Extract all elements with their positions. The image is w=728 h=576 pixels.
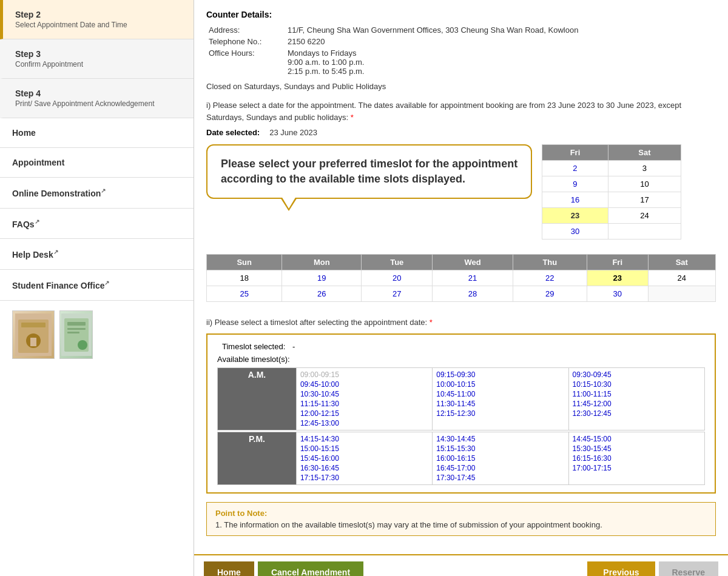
sidebar-item-student-finance[interactable]: Student Finance Office↗ [0, 270, 194, 301]
counter-section: Counter Details: Address: 11/F, Cheung S… [206, 10, 716, 91]
pm-col3: 14:45-15:00 15:30-15:45 16:15-16:30 17:0… [568, 432, 704, 484]
time-slot-link[interactable]: 11:15-11:30 [300, 399, 428, 409]
sidebar-item-home[interactable]: Home [0, 118, 194, 148]
time-slot-link[interactable]: 16:45-17:00 [436, 463, 564, 473]
am-label: A.M. [218, 367, 297, 430]
cal-link[interactable]: 30 [613, 289, 621, 298]
time-slot-link[interactable]: 17:15-17:30 [300, 473, 428, 483]
timeslot-pm-table: P.M. 14:15-14:30 15:00-15:15 15:45-16:00… [217, 432, 705, 485]
address-row: Address: 11/F, Cheung Sha Wan Government… [206, 24, 716, 36]
cal-cell: 27 [362, 286, 433, 302]
time-slot-link[interactable]: 10:15-10:30 [573, 380, 701, 389]
time-slot-link[interactable]: 15:45-16:00 [300, 454, 428, 463]
cal-link[interactable]: 22 [545, 273, 554, 283]
instruction-text-2: ii) Please select a timeslot after selec… [206, 316, 716, 329]
pm-label: P.M. [218, 432, 297, 484]
pm-col1: 14:15-14:30 15:00-15:15 15:45-16:00 16:3… [296, 432, 432, 484]
time-slot-link[interactable]: 11:30-11:45 [436, 399, 564, 409]
cal-cell: 19 [282, 270, 362, 286]
step2-item[interactable]: Step 2 Select Appointment Date and Time [0, 0, 194, 39]
cal-link[interactable]: 30 [571, 227, 579, 236]
home-button[interactable]: Home [204, 561, 254, 577]
time-slot-link[interactable]: 15:15-15:30 [436, 444, 564, 454]
step3-item[interactable]: Step 3 Confirm Appointment [0, 39, 194, 79]
cal-link[interactable]: 26 [317, 289, 326, 298]
sidebar-item-appointment[interactable]: Appointment [0, 148, 194, 178]
cal-cell: 3 [608, 161, 681, 176]
time-slot-link[interactable]: 09:30-09:45 [573, 370, 701, 380]
cal-cell: 26 [282, 286, 362, 302]
sidebar-item-online-demo[interactable]: Online Demonstration↗ [0, 178, 194, 209]
instruction-text-1: i) Please select a date for the appointm… [206, 99, 716, 123]
time-slot-link[interactable]: 12:30-12:45 [573, 409, 701, 418]
tooltip-container: Please select your preferred timeslot fo… [206, 144, 532, 199]
calendar-full: Sun Mon Tue Wed Thu Fri Sat 18 19 [206, 254, 716, 302]
cal-cell-empty [648, 286, 715, 302]
cal-cell: 30 [542, 224, 608, 239]
note-title: Point to Note: [215, 509, 707, 518]
time-slot-link[interactable]: 10:45-11:00 [436, 389, 564, 399]
svg-rect-7 [67, 322, 86, 326]
timeslot-selected-value: - [292, 342, 295, 351]
step3-desc: Confirm Appointment [15, 60, 181, 69]
cal-link[interactable]: 27 [393, 289, 401, 298]
cal-link[interactable]: 19 [317, 273, 326, 283]
time-slot-link[interactable]: 09:45-10:00 [300, 380, 428, 389]
time-slot-link[interactable]: 16:15-16:30 [573, 454, 701, 463]
avail-label: Available timeslot(s): [217, 355, 705, 364]
time-slot-link[interactable]: 15:30-15:45 [573, 444, 701, 454]
time-slot-link[interactable]: 14:45-15:00 [573, 434, 701, 444]
time-slot-link[interactable]: 10:00-10:15 [436, 380, 564, 389]
cal-link[interactable]: 25 [240, 289, 248, 298]
cal-link-today[interactable]: 23 [571, 211, 579, 220]
sidebar-item-faqs[interactable]: FAQs↗ [0, 209, 194, 239]
time-slot-link[interactable]: 11:45-12:00 [573, 399, 701, 409]
main-content: Counter Details: Address: 11/F, Cheung S… [194, 0, 728, 576]
time-slot-link[interactable]: 11:00-11:15 [573, 389, 701, 399]
cal-cell: 22 [513, 270, 587, 286]
previous-button[interactable]: Previous [587, 561, 655, 577]
tel-label: Telephone No.: [206, 36, 285, 47]
address-value: 11/F, Cheung Sha Wan Government Offices,… [285, 24, 716, 36]
time-slot-link[interactable]: 12:00-12:15 [300, 409, 428, 418]
step4-label: Step 4 [15, 89, 181, 98]
calendar-row: 16 17 [542, 192, 681, 208]
cancel-amendment-button[interactable]: Cancel Amendment [258, 561, 363, 577]
calendar-row: 2 3 [542, 161, 681, 176]
sidebar-item-helpdesk[interactable]: Help Desk↗ [0, 239, 194, 270]
time-slot-link[interactable]: 10:30-10:45 [300, 389, 428, 399]
timeslot-header: Timeslot selected: - [217, 342, 705, 351]
calendar-row-5: 25 26 27 28 29 30 [207, 286, 716, 302]
cal-link[interactable]: 21 [468, 273, 477, 283]
cal-link[interactable]: 16 [571, 195, 579, 204]
time-slot-link[interactable]: 12:15-12:30 [436, 409, 564, 418]
time-slot-link[interactable]: 16:00-16:15 [436, 454, 564, 463]
cal-link[interactable]: 9 [573, 179, 577, 189]
time-slot-link[interactable]: 09:15-09:30 [436, 370, 564, 380]
cal-link[interactable]: 28 [468, 289, 477, 298]
time-slot-link[interactable]: 16:30-16:45 [300, 463, 428, 473]
time-slot-link[interactable]: 17:30-17:45 [436, 473, 564, 483]
cal-cell: 29 [513, 286, 587, 302]
time-slot-unavail: 09:00-09:15 [300, 370, 428, 380]
time-slot-link[interactable]: 12:45-13:00 [300, 418, 428, 428]
svg-rect-4 [30, 338, 36, 346]
cal-cell: 16 [542, 192, 608, 208]
tel-row: Telephone No.: 2150 6220 [206, 36, 716, 47]
cal-link[interactable]: 29 [545, 289, 554, 298]
hours-row: Office Hours: Mondays to Fridays 9:00 a.… [206, 47, 716, 77]
time-slot-link[interactable]: 14:15-14:30 [300, 434, 428, 444]
tel-value: 2150 6220 [285, 36, 716, 47]
time-slot-link[interactable]: 17:00-17:15 [573, 463, 701, 473]
cal-cell: 9 [542, 176, 608, 192]
time-slot-link[interactable]: 15:00-15:15 [300, 444, 428, 454]
cal-cell-today: 23 [542, 208, 608, 224]
hours-label: Office Hours: [206, 47, 285, 77]
cal-link[interactable]: 2 [573, 164, 577, 173]
calendar-row: 9 10 [542, 176, 681, 192]
am-row: A.M. 09:00-09:15 09:45-10:00 10:30-10:45… [218, 367, 705, 430]
step4-item[interactable]: Step 4 Print/ Save Appointment Acknowled… [0, 79, 194, 118]
cal-link[interactable]: 20 [393, 273, 401, 283]
time-slot-link[interactable]: 14:30-14:45 [436, 434, 564, 444]
cal-header-sat: Sat [608, 145, 681, 161]
